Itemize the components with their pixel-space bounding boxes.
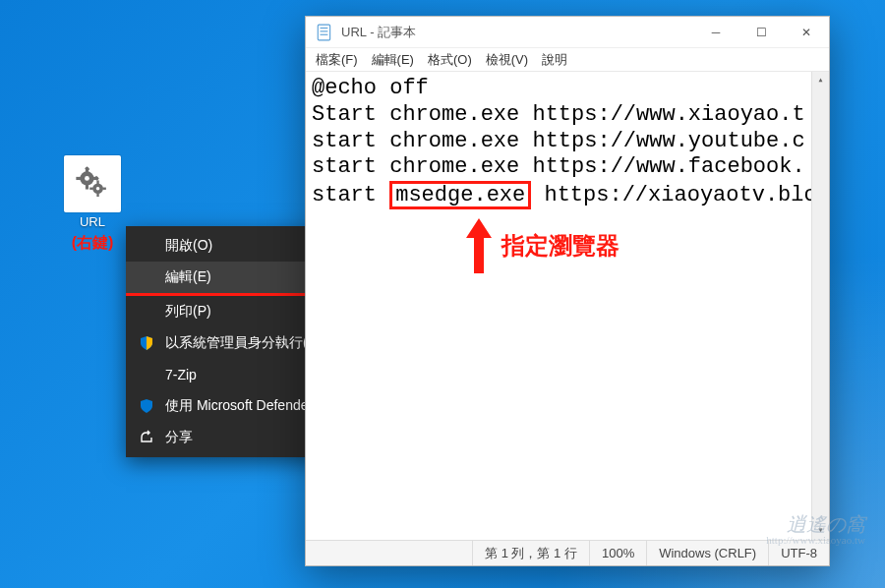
annotation-specify-browser: 指定瀏覽器: [464, 216, 620, 275]
status-zoom: 100%: [589, 541, 646, 565]
code-line: start msedge.exe https://xiaoyaotv.blo: [312, 181, 823, 209]
annotation-label: 指定瀏覽器: [502, 230, 620, 262]
notepad-window: URL - 記事本 ─ ☐ ✕ 檔案(F) 編輯(E) 格式(O) 檢視(V) …: [305, 16, 830, 566]
svg-rect-9: [96, 180, 98, 184]
notepad-app-icon: [316, 24, 333, 41]
menubar: 檔案(F) 編輯(E) 格式(O) 檢視(V) 說明: [306, 48, 829, 72]
ctx-item-label: 開啟(O): [165, 237, 212, 255]
code-line: Start chrome.exe https://www.xiaoyao.t: [312, 102, 823, 129]
menu-format[interactable]: 格式(O): [428, 51, 472, 69]
svg-rect-3: [76, 177, 81, 180]
menu-edit[interactable]: 編輯(E): [372, 51, 414, 69]
window-title: URL - 記事本: [341, 24, 416, 41]
code-line: start chrome.exe https://www.facebook.: [312, 154, 823, 181]
svg-rect-12: [102, 188, 106, 190]
minimize-button[interactable]: ─: [693, 17, 738, 48]
close-button[interactable]: ✕: [784, 17, 829, 48]
scroll-down-button[interactable]: ▾: [812, 522, 829, 540]
text-area[interactable]: @echo off Start chrome.exe https://www.x…: [306, 72, 829, 540]
code-line: @echo off: [312, 76, 823, 102]
share-icon: [138, 430, 155, 445]
status-spacer: [306, 541, 472, 565]
statusbar: 第 1 列，第 1 行 100% Windows (CRLF) UTF-8: [306, 540, 829, 565]
svg-rect-14: [318, 25, 329, 40]
code-text: https://xiaoyaotv.blo: [531, 183, 816, 207]
menu-view[interactable]: 檢視(V): [486, 51, 528, 69]
batch-file-thumbnail: [64, 155, 121, 212]
svg-point-7: [85, 176, 89, 181]
code-text: start: [312, 183, 389, 207]
ctx-item-label: 以系統管理員身分執行(A): [165, 334, 322, 352]
menu-file[interactable]: 檔案(F): [316, 51, 358, 69]
ctx-item-label: 編輯(E): [165, 268, 211, 286]
right-click-hint: (右鍵): [72, 233, 114, 254]
ctx-item-label: 分享: [165, 429, 193, 446]
status-encoding: UTF-8: [768, 541, 829, 565]
desktop-batch-file-icon[interactable]: URL (右鍵): [57, 155, 128, 254]
svg-rect-2: [86, 185, 88, 190]
status-position: 第 1 列，第 1 行: [472, 541, 589, 565]
vertical-scrollbar[interactable]: ▴ ▾: [811, 72, 829, 540]
code-line: start chrome.exe https://www.youtube.c: [312, 129, 823, 155]
menu-help[interactable]: 說明: [542, 51, 567, 69]
shield-icon: [138, 335, 155, 351]
highlighted-token: msedge.exe: [389, 181, 531, 209]
scroll-up-button[interactable]: ▴: [812, 72, 829, 89]
ctx-item-label: 列印(P): [165, 303, 211, 321]
svg-rect-11: [89, 188, 93, 190]
defender-icon: [138, 398, 155, 414]
gears-icon: [74, 165, 111, 203]
ctx-item-label: 7-Zip: [165, 367, 197, 382]
maximize-button[interactable]: ☐: [738, 17, 784, 48]
status-eol: Windows (CRLF): [646, 541, 768, 565]
arrow-up-icon: [464, 216, 494, 275]
svg-rect-10: [96, 194, 98, 198]
window-controls: ─ ☐ ✕: [693, 17, 829, 48]
svg-point-13: [96, 187, 100, 191]
titlebar[interactable]: URL - 記事本 ─ ☐ ✕: [306, 17, 829, 48]
desktop-icon-label: URL: [80, 214, 105, 229]
